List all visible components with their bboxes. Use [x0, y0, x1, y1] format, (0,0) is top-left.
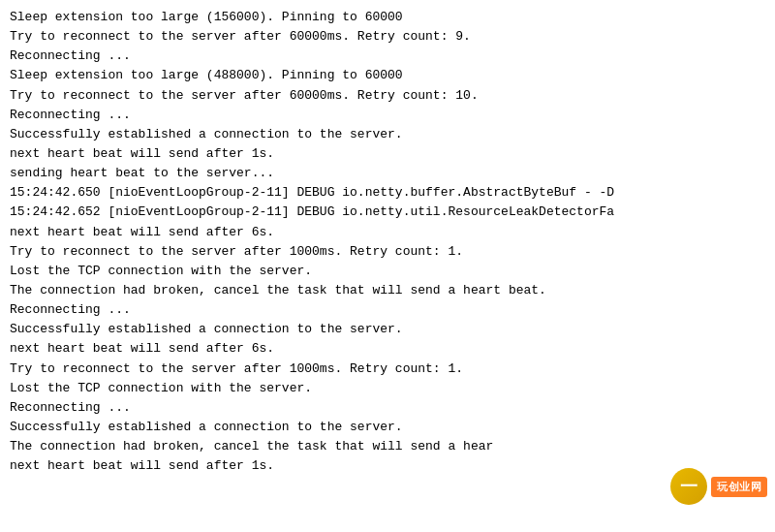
log-line: Reconnecting ...	[10, 47, 765, 66]
watermark: 一 玩创业网	[670, 468, 767, 505]
log-line: Reconnecting ...	[10, 300, 765, 320]
log-line: Try to reconnect to the server after 600…	[10, 27, 765, 47]
log-line: next heart beat will send after 6s.	[10, 339, 765, 359]
log-line: Try to reconnect to the server after 100…	[10, 360, 765, 379]
log-line: 15:24:42.652 [nioEventLoopGroup-2-11] DE…	[10, 203, 765, 222]
log-line: The connection had broken, cancel the ta…	[10, 281, 765, 300]
log-line: next heart beat will send after 1s.	[10, 456, 765, 476]
log-line: Reconnecting ...	[10, 398, 765, 418]
watermark-logo: 一	[670, 468, 707, 505]
log-line: Try to reconnect to the server after 600…	[10, 86, 765, 106]
watermark-logo-char: 一	[680, 475, 698, 498]
log-line: Try to reconnect to the server after 100…	[10, 242, 765, 262]
log-line: 15:24:42.650 [nioEventLoopGroup-2-11] DE…	[10, 183, 765, 203]
log-line: next heart beat will send after 6s.	[10, 223, 765, 242]
log-line: Sleep extension too large (156000). Pinn…	[10, 8, 765, 27]
log-line: Successfully established a connection to…	[10, 320, 765, 339]
log-line: sending heart beat to the server...	[10, 164, 765, 183]
log-line: The connection had broken, cancel the ta…	[10, 437, 765, 456]
log-line: Lost the TCP connection with the server.	[10, 379, 765, 398]
watermark-text: 玩创业网	[711, 477, 767, 497]
log-line: Successfully established a connection to…	[10, 418, 765, 437]
log-line: Reconnecting ...	[10, 106, 765, 125]
log-line: Lost the TCP connection with the server.	[10, 262, 765, 281]
log-line: Sleep extension too large (488000). Pinn…	[10, 66, 765, 85]
log-container: Sleep extension too large (156000). Pinn…	[0, 0, 775, 484]
log-line: next heart beat will send after 1s.	[10, 144, 765, 164]
log-line: Successfully established a connection to…	[10, 125, 765, 144]
